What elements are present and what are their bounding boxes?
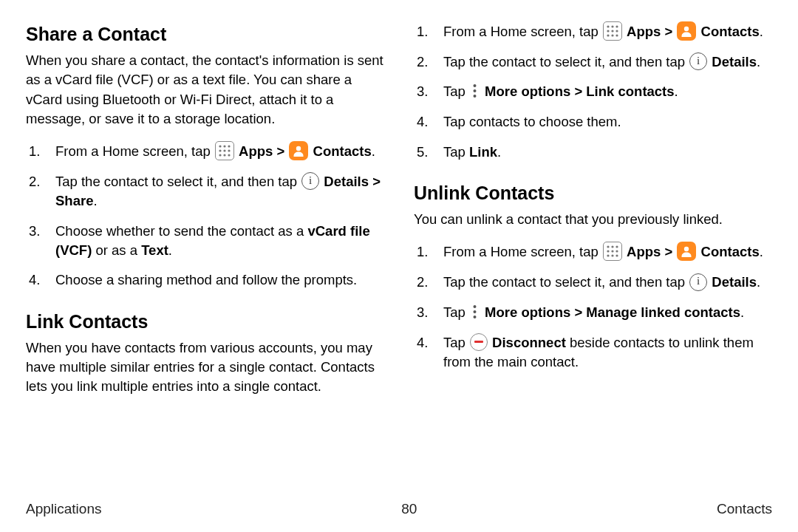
svg-point-27 [611, 250, 613, 253]
text: Tap [443, 144, 469, 160]
svg-point-7 [223, 154, 225, 157]
svg-point-8 [228, 154, 230, 157]
svg-point-3 [219, 150, 221, 152]
link-heading: Link Contacts [26, 311, 384, 332]
svg-point-30 [611, 255, 613, 257]
link-intro: When you have contacts from various acco… [26, 338, 384, 397]
svg-point-1 [223, 146, 225, 148]
text: Choose whether to send the contact as a [55, 223, 307, 239]
contacts-label: Contacts [701, 24, 760, 39]
svg-point-33 [474, 305, 477, 308]
svg-point-22 [474, 95, 477, 98]
contacts-icon [677, 21, 696, 41]
text: From a Home screen, tap [443, 24, 602, 39]
text: From a Home screen, tap [55, 143, 214, 159]
text: . [372, 143, 375, 159]
chevron-right-icon: > [664, 244, 676, 259]
unlink-step-4: Tap Disconnect beside contacts to unlink… [414, 333, 772, 372]
svg-point-10 [607, 26, 609, 28]
text: . [757, 274, 760, 290]
svg-point-0 [219, 146, 221, 148]
footer: Applications 80 Contacts [26, 501, 772, 517]
link-step-4: Tap contacts to choose them. [414, 112, 772, 132]
svg-point-21 [474, 89, 477, 92]
svg-point-20 [474, 84, 477, 87]
footer-right: Contacts [717, 501, 772, 517]
apps-icon [215, 141, 234, 160]
chevron-right-icon: > [664, 24, 676, 39]
svg-point-5 [228, 150, 230, 152]
text: or as a [92, 242, 141, 258]
left-column: Share a Contact When you share a contact… [26, 22, 384, 488]
text: Tap the contact to select it, and then t… [55, 174, 301, 189]
text: . [93, 193, 97, 208]
text: . [760, 244, 763, 259]
link-step-1: From a Home screen, tap Apps > Contacts. [414, 22, 772, 42]
apps-label: Apps [627, 24, 661, 39]
svg-point-14 [611, 30, 613, 33]
text: . [760, 24, 763, 39]
contacts-icon [289, 141, 308, 160]
share-step-1: From a Home screen, tap Apps > Contacts. [26, 142, 384, 162]
unlink-step-1: From a Home screen, tap Apps > Contacts. [414, 242, 772, 262]
contacts-label: Contacts [313, 143, 372, 159]
link-step-2: Tap the contact to select it, and then t… [414, 52, 772, 72]
more-manage-label: More options > Manage linked contacts [485, 304, 740, 320]
page-number: 80 [401, 501, 417, 517]
share-steps: From a Home screen, tap Apps > Contacts.… [26, 142, 384, 290]
svg-point-34 [474, 310, 477, 313]
link-label: Link [469, 144, 497, 160]
right-column: From a Home screen, tap Apps > Contacts.… [414, 22, 772, 488]
contacts-label: Contacts [701, 244, 760, 259]
disconnect-label: Disconnect [492, 335, 566, 350]
contacts-icon [677, 242, 696, 261]
unlink-step-3: Tap More options > Manage linked contact… [414, 303, 772, 323]
footer-left: Applications [26, 501, 101, 517]
text: Tap [443, 304, 469, 320]
text: . [168, 242, 172, 258]
share-step-4: Choose a sharing method and follow the p… [26, 270, 384, 290]
text: beside contacts to unlink them from the … [443, 335, 754, 369]
svg-point-2 [228, 146, 230, 148]
more-link-label: More options > Link contacts [485, 83, 674, 99]
svg-point-29 [607, 255, 609, 257]
text: Tap the contact to select it, and then t… [443, 274, 689, 290]
text: . [757, 54, 760, 69]
svg-point-26 [607, 250, 609, 253]
text-label: Text [141, 242, 168, 258]
text: Tap the contact to select it, and then t… [443, 54, 689, 69]
text: . [740, 304, 744, 320]
apps-icon [603, 242, 622, 261]
unlink-intro: You can unlink a contact that you previo… [414, 210, 772, 229]
chevron-right-icon: > [276, 143, 288, 159]
svg-point-4 [223, 150, 225, 152]
apps-label: Apps [627, 244, 661, 259]
svg-point-24 [611, 246, 613, 248]
svg-point-11 [611, 26, 613, 28]
share-heading: Share a Contact [26, 24, 384, 45]
svg-point-18 [615, 35, 618, 37]
svg-point-28 [615, 250, 618, 253]
text: Tap [443, 83, 469, 99]
link-step-3: Tap More options > Link contacts. [414, 82, 772, 102]
svg-point-17 [611, 35, 613, 37]
link-steps: From a Home screen, tap Apps > Contacts.… [414, 22, 772, 162]
info-icon [301, 172, 319, 190]
apps-label: Apps [239, 143, 273, 159]
share-step-3: Choose whether to send the contact as a … [26, 222, 384, 261]
text: . [497, 144, 501, 160]
share-step-2: Tap the contact to select it, and then t… [26, 172, 384, 211]
text: . [675, 83, 678, 99]
svg-point-16 [607, 35, 609, 37]
svg-point-6 [219, 154, 221, 157]
svg-point-25 [615, 246, 618, 248]
svg-point-13 [607, 30, 609, 33]
share-intro: When you share a contact, the contact's … [26, 51, 384, 129]
apps-icon [603, 21, 622, 41]
svg-point-19 [684, 27, 689, 31]
unlink-heading: Unlink Contacts [414, 183, 772, 204]
unlink-step-2: Tap the contact to select it, and then t… [414, 273, 772, 292]
details-label: Details [712, 54, 757, 69]
info-icon [689, 52, 707, 70]
svg-point-35 [474, 316, 477, 318]
